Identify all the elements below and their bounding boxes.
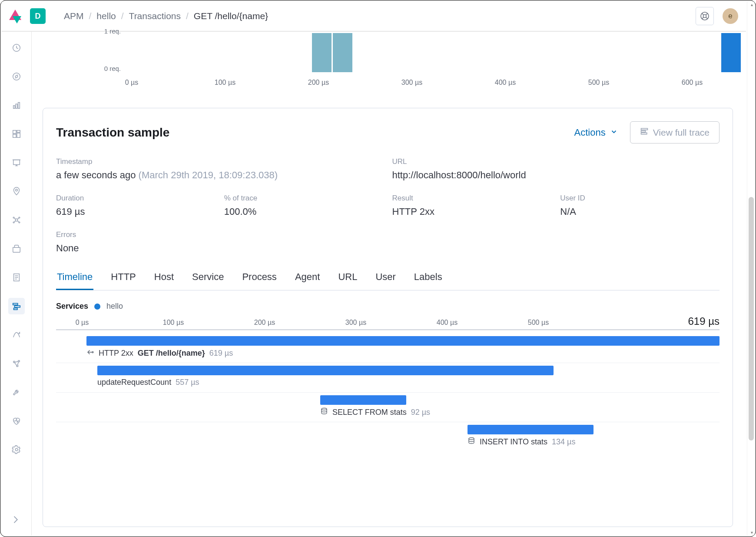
scale-tick: 100 µs <box>163 319 184 327</box>
database-icon <box>320 407 328 417</box>
svg-rect-34 <box>13 304 17 305</box>
tab-process[interactable]: Process <box>241 265 277 290</box>
transaction-sample-panel: Transaction sample Actions View full tra… <box>43 108 733 527</box>
view-full-trace-button[interactable]: View full trace <box>630 121 720 143</box>
svg-line-42 <box>14 363 17 366</box>
histogram-bar[interactable] <box>333 33 352 72</box>
tab-host[interactable]: Host <box>153 265 175 290</box>
span-row[interactable]: INSERT INTO stats 134 µs <box>56 422 720 452</box>
apm-icon[interactable] <box>8 298 25 314</box>
tab-timeline[interactable]: Timeline <box>56 265 93 290</box>
trace-icon <box>640 127 649 138</box>
breadcrumb-current: GET /hello/{name} <box>194 11 268 21</box>
histogram-x-tick: 300 µs <box>401 79 422 87</box>
meta-value: 619 µs <box>56 206 216 217</box>
logs-icon[interactable] <box>8 269 25 286</box>
svg-line-27 <box>17 218 19 219</box>
scroll-thumb[interactable] <box>749 197 754 440</box>
span-name: GET /hello/{name} <box>138 349 205 358</box>
span-row[interactable]: updateRequestCount 557 µs <box>56 363 720 393</box>
svg-line-26 <box>14 218 16 219</box>
svg-rect-35 <box>14 306 20 307</box>
meta-timestamp: Timestamp a few seconds ago (March 29th … <box>56 157 384 181</box>
svg-line-3 <box>706 13 708 15</box>
breadcrumb-item[interactable]: hello <box>96 11 116 21</box>
management-icon[interactable] <box>8 441 25 458</box>
infrastructure-icon[interactable] <box>8 240 25 257</box>
span-row[interactable]: HTTP 2xx GET /hello/{name} 619 µs <box>56 334 720 363</box>
graph-icon[interactable] <box>8 355 25 372</box>
tab-labels[interactable]: Labels <box>413 265 443 290</box>
service-name: hello <box>106 302 123 311</box>
visualize-icon[interactable] <box>8 97 25 113</box>
monitoring-icon[interactable] <box>8 413 25 429</box>
histogram-x-tick: 0 µs <box>125 79 139 87</box>
span-bar <box>97 366 554 375</box>
histogram-x-tick: 400 µs <box>495 79 516 87</box>
tab-user[interactable]: User <box>375 265 396 290</box>
scroll-down-arrow[interactable]: ▾ <box>751 530 753 535</box>
svg-point-38 <box>18 360 20 362</box>
span-duration: 92 µs <box>411 408 430 417</box>
help-icon[interactable] <box>696 7 714 25</box>
svg-rect-13 <box>17 130 20 133</box>
ml-icon[interactable] <box>8 212 25 228</box>
svg-rect-14 <box>17 133 20 137</box>
canvas-icon[interactable] <box>8 154 25 171</box>
span-row[interactable]: SELECT FROM stats 92 µs <box>56 393 720 422</box>
scroll-up-arrow[interactable]: ▴ <box>751 2 753 7</box>
database-icon <box>468 437 475 447</box>
meta-label: URL <box>392 157 720 166</box>
svg-line-41 <box>17 362 18 365</box>
svg-point-7 <box>13 73 20 80</box>
dashboard-icon[interactable] <box>8 126 25 142</box>
histogram-bar[interactable] <box>312 33 332 72</box>
histogram-x-tick: 600 µs <box>682 79 703 87</box>
kibana-logo[interactable] <box>9 10 22 23</box>
breadcrumb-sep: / <box>89 11 92 21</box>
space-selector[interactable]: D <box>30 8 46 24</box>
svg-line-40 <box>14 361 18 362</box>
svg-point-0 <box>701 12 709 20</box>
recently-viewed-icon[interactable] <box>8 40 25 56</box>
actions-dropdown[interactable]: Actions <box>574 127 618 138</box>
meta-label: Timestamp <box>56 157 384 166</box>
discover-icon[interactable] <box>8 68 25 85</box>
tab-agent[interactable]: Agent <box>294 265 321 290</box>
svg-line-4 <box>702 17 704 19</box>
tab-service[interactable]: Service <box>191 265 225 290</box>
breadcrumb-item[interactable]: APM <box>64 11 84 21</box>
meta-errors: Errors None <box>56 230 720 254</box>
svg-point-20 <box>15 189 17 191</box>
timestamp-relative: a few seconds ago <box>56 170 136 180</box>
incoming-request-icon <box>86 348 94 358</box>
vertical-scrollbar[interactable]: ▴ ▾ <box>747 1 755 536</box>
svg-rect-16 <box>13 160 20 165</box>
uptime-icon[interactable] <box>8 327 25 343</box>
timeline-scale: 0 µs 100 µs 200 µs 300 µs 400 µs 500 µs … <box>56 317 720 330</box>
span-bar <box>320 395 406 405</box>
tab-url[interactable]: URL <box>337 265 358 290</box>
svg-line-5 <box>706 17 708 19</box>
latency-histogram[interactable]: 1 req. 0 req. 0 µs 100 µs 200 µs 300 µs … <box>77 31 733 92</box>
view-trace-label: View full trace <box>653 127 710 138</box>
tab-http[interactable]: HTTP <box>110 265 136 290</box>
meta-value: http://localhost:8000/hello/world <box>392 170 720 181</box>
histogram-y-label: 1 req. <box>95 27 121 35</box>
histogram-y-label: 0 req. <box>95 65 121 72</box>
breadcrumb-item[interactable]: Transactions <box>129 11 181 21</box>
maps-icon[interactable] <box>8 183 25 200</box>
svg-rect-45 <box>641 130 645 132</box>
detail-tabs: Timeline HTTP Host Service Process Agent… <box>56 265 720 290</box>
histogram-bar-selected[interactable] <box>721 33 741 72</box>
meta-pct: % of trace 100.0% <box>224 194 384 217</box>
collapse-nav-icon[interactable] <box>8 511 25 528</box>
left-nav-rail <box>1 32 32 536</box>
span-name: INSERT INTO stats <box>480 437 547 447</box>
svg-rect-11 <box>18 103 20 109</box>
avatar[interactable]: e <box>723 8 738 24</box>
devtools-icon[interactable] <box>8 384 25 400</box>
svg-line-28 <box>14 221 16 222</box>
timestamp-absolute: (March 29th 2019, 18:09:23.038) <box>139 170 278 180</box>
span-name: updateRequestCount <box>97 378 171 387</box>
